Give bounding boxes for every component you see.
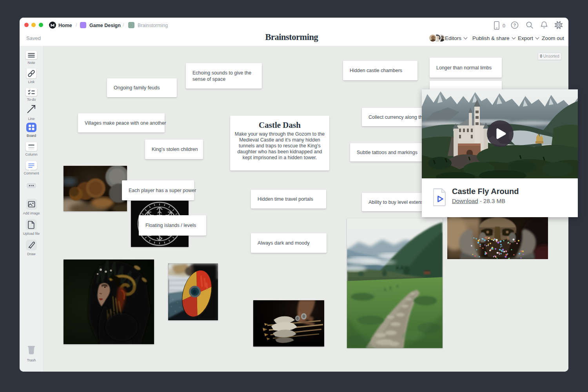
svg-text:0: 0 bbox=[503, 23, 505, 29]
svg-text:?: ? bbox=[514, 23, 516, 27]
